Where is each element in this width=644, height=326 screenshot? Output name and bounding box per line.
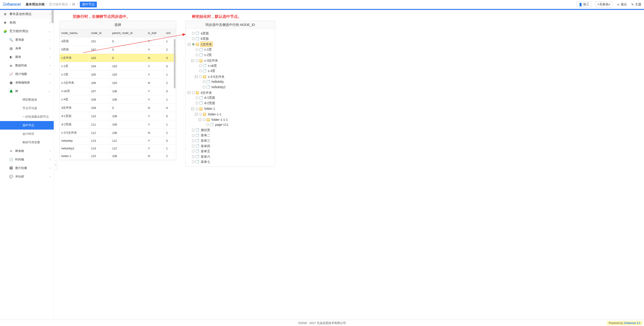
tree-node[interactable]: 菜单七: [188, 159, 273, 165]
sidebar-item-10[interactable]: 绑定数据表: [0, 95, 54, 104]
tree-radio-icon[interactable]: [192, 150, 195, 153]
tree-node-label[interactable]: c-1页: [204, 47, 212, 52]
tree-node[interactable]: b页面: [188, 36, 273, 42]
sidebar-item-12[interactable]: 一次性加载全部节点: [0, 113, 54, 121]
tree-node-label[interactable]: hellokitty2: [211, 85, 226, 90]
theme-button[interactable]: ✎ 主题: [631, 3, 641, 7]
table-row[interactable]: d文件夹1090N4: [60, 104, 176, 112]
tree-node-label[interactable]: c-3文件夹: [204, 58, 219, 63]
table-row[interactable]: c文件夹1030N3: [60, 54, 176, 62]
user-badge[interactable]: 👤 张三: [576, 2, 592, 8]
breadcrumb-root[interactable]: 基本用法示例: [26, 3, 44, 7]
tree-radio-icon[interactable]: [199, 70, 202, 72]
table-row[interactable]: hellokitty2114112Y1: [60, 145, 176, 152]
tree-toggle-icon[interactable]: −: [191, 59, 194, 62]
breadcrumb-item-1[interactable]: 树: [72, 3, 75, 7]
tree-toggle-icon[interactable]: −: [188, 43, 190, 46]
table-row[interactable]: d-2页面111109Y1: [60, 120, 176, 129]
tree-node[interactable]: c-1页: [191, 47, 273, 53]
tree-radio-icon[interactable]: [196, 59, 198, 62]
tree-radio-icon[interactable]: [203, 80, 206, 83]
tree-radio-icon[interactable]: [199, 64, 202, 67]
tree-radio-icon[interactable]: [192, 37, 195, 40]
breadcrumb-item-0[interactable]: 官方组件用法: [49, 3, 68, 7]
sidebar-collapse-handle[interactable]: «: [54, 160, 57, 169]
tree-node-label[interactable]: folder-1-1-1: [211, 117, 228, 122]
column-header-node_id[interactable]: node_id: [89, 29, 110, 37]
table-row[interactable]: c-4页108106Y1: [60, 95, 176, 104]
tree-node[interactable]: hellokitty: [198, 79, 273, 85]
tree-node[interactable]: 测试页: [188, 128, 273, 133]
table-row[interactable]: c-3文件夹106103N2: [60, 79, 176, 87]
tree-node[interactable]: −folder-1−folder-1-1−folder-1-1-1page-11…: [191, 106, 273, 128]
tree-toggle-icon[interactable]: −: [188, 91, 190, 94]
table-row[interactable]: d-1页面110109Y0: [60, 112, 176, 120]
sidebar-item-17[interactable]: 🕐时间轴‹: [0, 155, 54, 164]
tree-toggle-icon[interactable]: −: [198, 118, 201, 121]
sidebar-item-6[interactable]: ≣数据列表‹: [0, 61, 54, 70]
tree-node-label[interactable]: hellokitty: [211, 79, 224, 84]
table-row[interactable]: c-ok页107106Y0: [60, 87, 176, 95]
tree-toggle-icon[interactable]: −: [191, 108, 194, 110]
tree-node-label[interactable]: folder-1-1: [207, 112, 222, 117]
tree-node[interactable]: −folder-1-1−folder-1-1-1page-111: [195, 111, 273, 128]
tree-node[interactable]: c-4页: [195, 68, 273, 74]
tree-node-label[interactable]: 菜单六: [200, 154, 211, 159]
tree-radio-icon[interactable]: [203, 118, 206, 121]
sidebar-item-0[interactable]: ⚙事件及动作用法‹: [0, 10, 54, 19]
tree-node-label[interactable]: c-2页: [204, 53, 212, 57]
sidebar-item-18[interactable]: 🖼图片轮播‹: [0, 164, 54, 172]
sidebar-item-8[interactable]: ▦表格编辑器‹: [0, 78, 54, 87]
table-row[interactable]: hellokitty113112Y0: [60, 137, 176, 145]
tree-radio-icon[interactable]: [192, 145, 195, 147]
sidebar-item-11[interactable]: 节点可勾选: [0, 104, 54, 113]
table-row[interactable]: c-1页104103Y0: [60, 62, 176, 70]
table-row[interactable]: c-3-5文件夹112106N2: [60, 129, 176, 137]
tree-toggle-icon[interactable]: −: [195, 75, 198, 78]
tree-node[interactable]: a页面: [188, 31, 273, 36]
tree-node[interactable]: −folder-1-1-1page-111: [198, 117, 273, 128]
tree-node[interactable]: c-ok页: [195, 63, 273, 69]
tree-node-label[interactable]: page-111: [214, 122, 229, 127]
tree-radio-icon[interactable]: [192, 160, 195, 163]
tree-node[interactable]: −c-3-5文件夹hellokittyhellokitty2: [195, 74, 273, 90]
sidebar-item-4[interactable]: ▤表单‹: [0, 44, 54, 53]
tree-node[interactable]: hellokitty2: [198, 85, 273, 90]
tree-node[interactable]: −c-3文件夹c-ok页c-4页−c-3-5文件夹hellokittyhello…: [191, 58, 273, 90]
column-header-is_leaf[interactable]: is_leaf: [146, 29, 164, 37]
sidebar-item-3[interactable]: 🔍查询器‹: [0, 36, 54, 44]
tree-node-label[interactable]: c文件夹: [200, 42, 213, 47]
logout-button[interactable]: ⎋ 退出: [616, 3, 627, 7]
table-row[interactable]: a页面1010Y1: [60, 37, 176, 46]
tree-radio-icon[interactable]: [192, 139, 195, 142]
tree-radio-icon[interactable]: [192, 155, 195, 158]
tree-radio-icon[interactable]: [206, 123, 209, 126]
sidebar-item-15[interactable]: 树的可用变量: [0, 138, 54, 147]
tree-node[interactable]: c-2页: [191, 53, 273, 58]
tree-radio-icon[interactable]: [196, 48, 198, 51]
column-header-ord[interactable]: ord: [164, 29, 176, 37]
tree-node[interactable]: 菜单二: [188, 133, 273, 138]
tree-node-label[interactable]: d文件夹: [200, 90, 213, 95]
tree-node[interactable]: page-111: [202, 122, 273, 128]
tree-node-label[interactable]: 菜单三: [200, 138, 211, 143]
tree-node-label[interactable]: a页面: [200, 31, 210, 36]
tree-radio-icon[interactable]: [196, 54, 198, 56]
sidebar-item-1[interactable]: ✥布局‹: [0, 19, 54, 27]
sidebar-item-14[interactable]: 会计科目: [0, 130, 54, 138]
tree-node[interactable]: d-2页面: [191, 101, 273, 106]
tree-radio-icon[interactable]: [199, 113, 202, 116]
tree-node[interactable]: −d文件夹d-1页面d-2页面−folder-1−folder-1-1−fold…: [188, 90, 273, 128]
tree-node-label[interactable]: d-1页面: [204, 95, 216, 100]
tree-node[interactable]: 菜单四: [188, 144, 273, 149]
tree-node[interactable]: d-1页面: [191, 95, 273, 101]
tree-radio-icon[interactable]: [196, 108, 198, 110]
tree-radio-icon[interactable]: [196, 102, 198, 104]
tree-radio-icon[interactable]: [192, 134, 195, 137]
sidebar-item-5[interactable]: ◐图表‹: [0, 53, 54, 61]
sidebar-item-13[interactable]: 选中节点: [0, 121, 54, 130]
tree-radio-icon[interactable]: [199, 75, 202, 78]
sidebar-item-9[interactable]: 🌲树⌄: [0, 87, 54, 95]
tree-radio-icon[interactable]: [192, 32, 195, 35]
tree-node-label[interactable]: c-4页: [207, 68, 216, 73]
